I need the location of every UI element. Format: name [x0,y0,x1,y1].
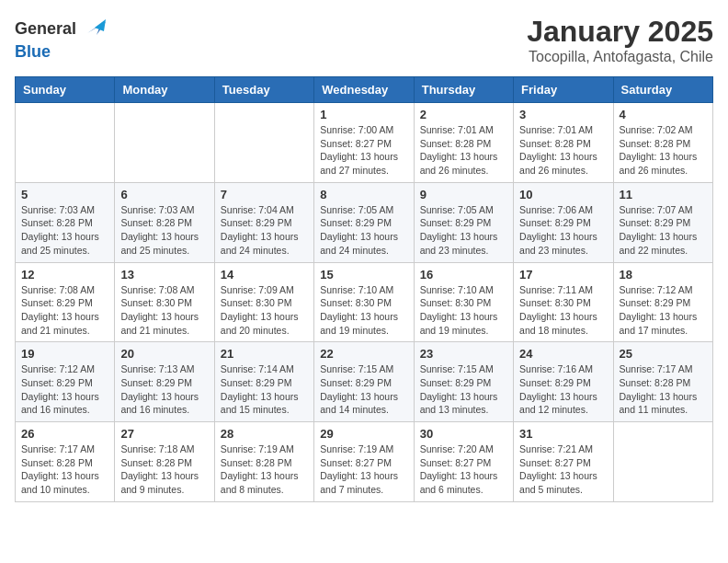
day-info: Sunrise: 7:01 AMSunset: 8:28 PMDaylight:… [519,123,607,178]
logo-blue-text: Blue [15,42,51,62]
day-info: Sunrise: 7:03 AMSunset: 8:28 PMDaylight:… [120,203,208,258]
day-info: Sunrise: 7:07 AMSunset: 8:29 PMDaylight:… [620,203,707,258]
day-number: 22 [320,347,407,361]
calendar-cell: 12Sunrise: 7:08 AMSunset: 8:29 PMDayligh… [16,262,115,342]
day-info: Sunrise: 7:12 AMSunset: 8:29 PMDaylight:… [21,362,108,417]
day-number: 24 [519,347,607,361]
calendar-day-header: Sunday [16,77,115,103]
day-info: Sunrise: 7:13 AMSunset: 8:29 PMDaylight:… [120,362,208,417]
page-header: General Blue January 2025 Tocopilla, Ant… [15,15,713,65]
day-number: 1 [320,108,407,121]
calendar-day-header: Wednesday [314,77,414,103]
day-number: 28 [221,427,308,441]
day-number: 12 [21,268,108,282]
day-number: 30 [420,427,507,441]
day-info: Sunrise: 7:19 AMSunset: 8:28 PMDaylight:… [221,442,308,497]
location-title: Tocopilla, Antofagasta, Chile [527,49,713,65]
day-number: 21 [221,347,308,361]
day-info: Sunrise: 7:01 AMSunset: 8:28 PMDaylight:… [420,123,507,178]
day-number: 6 [120,188,208,201]
calendar-cell: 9Sunrise: 7:05 AMSunset: 8:29 PMDaylight… [414,182,513,262]
calendar-cell: 21Sunrise: 7:14 AMSunset: 8:29 PMDayligh… [214,342,313,422]
calendar-cell [214,103,313,183]
calendar-cell: 31Sunrise: 7:21 AMSunset: 8:27 PMDayligh… [514,422,613,502]
calendar-day-header: Tuesday [214,77,313,103]
day-number: 31 [519,427,607,441]
day-info: Sunrise: 7:05 AMSunset: 8:29 PMDaylight:… [420,203,507,258]
day-number: 15 [320,268,407,282]
calendar-cell: 15Sunrise: 7:10 AMSunset: 8:30 PMDayligh… [314,262,414,342]
logo-general-text: General [15,19,76,39]
day-number: 4 [620,108,707,121]
day-info: Sunrise: 7:16 AMSunset: 8:29 PMDaylight:… [519,362,607,417]
day-info: Sunrise: 7:14 AMSunset: 8:29 PMDaylight:… [221,362,308,417]
day-number: 26 [21,427,108,441]
calendar-cell: 8Sunrise: 7:05 AMSunset: 8:29 PMDaylight… [314,182,414,262]
calendar-cell [613,422,712,502]
day-number: 29 [320,427,407,441]
calendar-cell: 22Sunrise: 7:15 AMSunset: 8:29 PMDayligh… [314,342,414,422]
logo: General Blue [15,15,106,62]
calendar-cell [16,103,115,183]
day-number: 2 [420,108,507,121]
month-title: January 2025 [527,15,713,49]
day-number: 27 [120,427,208,441]
day-info: Sunrise: 7:09 AMSunset: 8:30 PMDaylight:… [221,283,308,338]
calendar-week-row: 19Sunrise: 7:12 AMSunset: 8:29 PMDayligh… [16,342,713,422]
day-number: 16 [420,268,507,282]
day-number: 17 [519,268,607,282]
calendar-week-row: 12Sunrise: 7:08 AMSunset: 8:29 PMDayligh… [16,262,713,342]
calendar-cell: 24Sunrise: 7:16 AMSunset: 8:29 PMDayligh… [514,342,613,422]
day-info: Sunrise: 7:12 AMSunset: 8:29 PMDaylight:… [620,283,707,338]
calendar-cell: 11Sunrise: 7:07 AMSunset: 8:29 PMDayligh… [613,182,712,262]
day-info: Sunrise: 7:08 AMSunset: 8:29 PMDaylight:… [21,283,108,338]
day-info: Sunrise: 7:19 AMSunset: 8:27 PMDaylight:… [320,442,407,497]
day-info: Sunrise: 7:18 AMSunset: 8:28 PMDaylight:… [120,442,208,497]
calendar-cell: 17Sunrise: 7:11 AMSunset: 8:30 PMDayligh… [514,262,613,342]
day-info: Sunrise: 7:05 AMSunset: 8:29 PMDaylight:… [320,203,407,258]
day-info: Sunrise: 7:08 AMSunset: 8:30 PMDaylight:… [120,283,208,338]
calendar-cell: 23Sunrise: 7:15 AMSunset: 8:29 PMDayligh… [414,342,513,422]
calendar-cell: 28Sunrise: 7:19 AMSunset: 8:28 PMDayligh… [214,422,313,502]
day-number: 3 [519,108,607,121]
title-block: January 2025 Tocopilla, Antofagasta, Chi… [527,15,713,65]
svg-marker-1 [95,19,106,31]
day-number: 23 [420,347,507,361]
day-number: 14 [221,268,308,282]
calendar-week-row: 1Sunrise: 7:00 AMSunset: 8:27 PMDaylight… [16,103,713,183]
day-number: 9 [420,188,507,201]
day-number: 5 [21,188,108,201]
day-info: Sunrise: 7:20 AMSunset: 8:27 PMDaylight:… [420,442,507,497]
day-number: 10 [519,188,607,201]
calendar-cell: 3Sunrise: 7:01 AMSunset: 8:28 PMDaylight… [514,103,613,183]
day-info: Sunrise: 7:15 AMSunset: 8:29 PMDaylight:… [420,362,507,417]
calendar-week-row: 5Sunrise: 7:03 AMSunset: 8:28 PMDaylight… [16,182,713,262]
calendar-table: SundayMondayTuesdayWednesdayThursdayFrid… [15,76,713,502]
calendar-day-header: Monday [115,77,214,103]
calendar-cell: 14Sunrise: 7:09 AMSunset: 8:30 PMDayligh… [214,262,313,342]
day-info: Sunrise: 7:15 AMSunset: 8:29 PMDaylight:… [320,362,407,417]
day-info: Sunrise: 7:21 AMSunset: 8:27 PMDaylight:… [519,442,607,497]
calendar-header-row: SundayMondayTuesdayWednesdayThursdayFrid… [16,77,713,103]
day-info: Sunrise: 7:10 AMSunset: 8:30 PMDaylight:… [320,283,407,338]
day-info: Sunrise: 7:10 AMSunset: 8:30 PMDaylight:… [420,283,507,338]
calendar-cell: 29Sunrise: 7:19 AMSunset: 8:27 PMDayligh… [314,422,414,502]
calendar-cell: 18Sunrise: 7:12 AMSunset: 8:29 PMDayligh… [613,262,712,342]
day-number: 25 [620,347,707,361]
calendar-cell: 16Sunrise: 7:10 AMSunset: 8:30 PMDayligh… [414,262,513,342]
day-number: 18 [620,268,707,282]
calendar-cell: 1Sunrise: 7:00 AMSunset: 8:27 PMDaylight… [314,103,414,183]
day-number: 8 [320,188,407,201]
calendar-cell [115,103,214,183]
calendar-cell: 19Sunrise: 7:12 AMSunset: 8:29 PMDayligh… [16,342,115,422]
calendar-cell: 26Sunrise: 7:17 AMSunset: 8:28 PMDayligh… [16,422,115,502]
calendar-cell: 2Sunrise: 7:01 AMSunset: 8:28 PMDaylight… [414,103,513,183]
day-info: Sunrise: 7:03 AMSunset: 8:28 PMDaylight:… [21,203,108,258]
day-info: Sunrise: 7:17 AMSunset: 8:28 PMDaylight:… [620,362,707,417]
calendar-day-header: Friday [514,77,613,103]
calendar-cell: 27Sunrise: 7:18 AMSunset: 8:28 PMDayligh… [115,422,214,502]
calendar-cell: 7Sunrise: 7:04 AMSunset: 8:29 PMDaylight… [214,182,313,262]
calendar-cell: 30Sunrise: 7:20 AMSunset: 8:27 PMDayligh… [414,422,513,502]
calendar-cell: 6Sunrise: 7:03 AMSunset: 8:28 PMDaylight… [115,182,214,262]
day-number: 20 [120,347,208,361]
